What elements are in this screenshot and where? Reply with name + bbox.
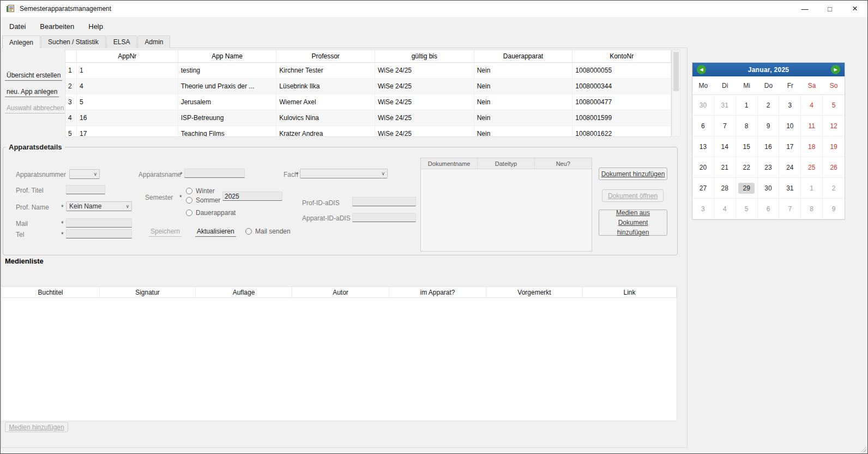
calendar-day[interactable]: 3 [692, 199, 714, 219]
app-table-row[interactable]: 24Theorie und Praxis der ...Lüsebrink Il… [65, 79, 671, 94]
dokument-oeffnen-button[interactable]: Dokument öffnen [602, 189, 664, 202]
scrollbar-thumb[interactable] [673, 52, 679, 91]
calendar-day[interactable]: 5 [736, 199, 758, 219]
calendar-day[interactable]: 29 [736, 178, 758, 199]
calendar-day[interactable]: 19 [823, 136, 845, 157]
media-column-buchtitel[interactable]: Buchtitel [2, 287, 100, 297]
medien-aus-dokument-button[interactable]: Medien aus Dokument hinzufügen [599, 210, 667, 236]
doc-column-neu[interactable]: Neu? [535, 158, 592, 169]
menu-datei[interactable]: Datei [2, 19, 33, 34]
fach-combo[interactable]: ∨ [300, 169, 388, 178]
sommer-radio[interactable]: Sommer [186, 196, 220, 204]
tab-admin[interactable]: Admin [137, 35, 170, 48]
calendar-day[interactable]: 22 [736, 157, 758, 178]
calendar-day[interactable]: 15 [736, 136, 758, 157]
menu-help[interactable]: Help [81, 19, 110, 34]
calendar-day[interactable]: 23 [758, 157, 780, 178]
column-header-kontonr[interactable]: KontoNr [572, 50, 671, 62]
calendar-day[interactable]: 30 [692, 95, 714, 116]
calendar-day[interactable]: 28 [714, 178, 736, 199]
calendar-next-button[interactable]: ▶ [831, 65, 840, 74]
calendar-day[interactable]: 18 [801, 136, 823, 157]
calendar-day[interactable]: 2 [823, 178, 845, 199]
calendar-day[interactable]: 8 [801, 199, 823, 219]
column-header-professor[interactable]: Professor [276, 50, 375, 62]
media-column-link[interactable]: Link [583, 287, 677, 297]
calendar-day[interactable]: 27 [692, 178, 714, 199]
winter-radio[interactable]: Winter [186, 187, 215, 195]
prof-titel-input[interactable] [66, 185, 105, 194]
tab-suchen-statistik[interactable]: Suchen / Statistik [41, 35, 106, 48]
semester-jahr-input[interactable] [222, 192, 282, 201]
calendar-day[interactable]: 5 [823, 95, 845, 116]
app-table-row[interactable]: 11testingKirchner TesterWiSe 24/25Nein10… [65, 63, 671, 79]
uebersicht-erstellen-button[interactable]: Übersicht erstellen [5, 70, 62, 81]
apparatsname-input[interactable] [184, 169, 245, 178]
column-header-appnr[interactable]: AppNr [77, 50, 178, 62]
app-table-row[interactable]: 517Teaching FilmsKratzer AndreaWiSe 24/2… [65, 126, 671, 137]
menu-bearbeiten[interactable]: Bearbeiten [33, 19, 81, 34]
tab-anlegen[interactable]: Anlegen [2, 35, 40, 49]
calendar-day[interactable]: 20 [692, 157, 714, 178]
medien-hinzufuegen-button[interactable]: Medien hinzufügen [5, 422, 68, 432]
calendar-day[interactable]: 9 [823, 199, 845, 219]
app-table-row[interactable]: 416ISP-BetreuungKulovics NinaWiSe 24/25N… [65, 110, 671, 126]
calendar-day[interactable]: 4 [801, 95, 823, 116]
app-table-row[interactable]: 35JerusalemWiemer AxelWiSe 24/25Nein1008… [65, 94, 671, 110]
aktualisieren-button[interactable]: Aktualisieren [195, 226, 236, 237]
calendar-day[interactable]: 1 [801, 178, 823, 199]
column-header-gueltig-bis[interactable]: gültig bis [375, 50, 474, 62]
prof-name-combo[interactable]: Kein Name ∨ [66, 201, 132, 211]
minimize-button[interactable]: — [792, 1, 817, 17]
calendar-day[interactable]: 7 [714, 116, 736, 136]
calendar-day[interactable]: 16 [758, 136, 780, 157]
apparat-id-adis-input[interactable] [352, 213, 416, 222]
calendar-day[interactable]: 25 [801, 157, 823, 178]
calendar-day[interactable]: 3 [779, 95, 801, 116]
prof-id-adis-input[interactable] [352, 197, 416, 206]
calendar-day[interactable]: 24 [779, 157, 801, 178]
tel-input[interactable] [66, 229, 132, 238]
calendar-day[interactable]: 6 [758, 199, 780, 219]
apparatsnummer-combo[interactable]: ∨ [69, 169, 100, 179]
calendar-day[interactable]: 9 [758, 116, 780, 136]
media-column-vorgemerkt[interactable]: Vorgemerkt [486, 287, 583, 297]
calendar-day[interactable]: 7 [779, 199, 801, 219]
calendar-day[interactable]: 1 [736, 95, 758, 116]
calendar-day[interactable]: 31 [714, 95, 736, 116]
column-header-app-name[interactable]: App Name [178, 50, 277, 62]
maximize-button[interactable]: □ [817, 1, 842, 17]
calendar-prev-button[interactable]: ◀ [697, 65, 706, 74]
media-column-autor[interactable]: Autor [292, 287, 389, 297]
calendar-day[interactable]: 17 [779, 136, 801, 157]
speichern-button[interactable]: Speichern [149, 226, 182, 237]
media-column-im-apparat[interactable]: im Apparat? [389, 287, 486, 297]
dokument-hinzufuegen-button[interactable]: Dokument hinzufügen [599, 168, 667, 180]
calendar-day[interactable]: 4 [714, 199, 736, 219]
calendar-day[interactable]: 12 [823, 116, 845, 136]
calendar-day[interactable]: 6 [692, 116, 714, 136]
tab-elsa[interactable]: ELSA [106, 35, 137, 48]
calendar-day[interactable]: 30 [758, 178, 780, 199]
doc-column-dateityp[interactable]: Dateityp [478, 158, 534, 169]
media-column-auflage[interactable]: Auflage [196, 287, 292, 297]
doc-column-dokumentname[interactable]: Dokumentname [421, 158, 478, 169]
close-button[interactable]: × [842, 1, 867, 17]
calendar-day[interactable]: 2 [758, 95, 780, 116]
media-column-signatur[interactable]: Signatur [100, 287, 196, 297]
calendar-day[interactable]: 31 [779, 178, 801, 199]
calendar-day[interactable]: 10 [779, 116, 801, 136]
column-header-dauerapparat[interactable]: Dauerapparat [474, 50, 573, 62]
app-table-scrollbar[interactable] [672, 50, 680, 137]
calendar-day[interactable]: 8 [736, 116, 758, 136]
calendar-day[interactable]: 14 [714, 136, 736, 157]
calendar-day[interactable]: 26 [823, 157, 845, 178]
neue-app-anlegen-button[interactable]: neu. App anlegen [5, 87, 59, 97]
calendar-day[interactable]: 13 [692, 136, 714, 157]
dauerapparat-radio[interactable]: Dauerapparat [186, 209, 236, 217]
resize-grip[interactable] [859, 445, 866, 452]
calendar-day[interactable]: 11 [801, 116, 823, 136]
auswahl-abbrechen-button[interactable]: Auswahl abbrechen [5, 103, 65, 113]
calendar-day[interactable]: 21 [714, 157, 736, 178]
mail-senden-checkbox[interactable]: Mail senden [245, 228, 291, 235]
